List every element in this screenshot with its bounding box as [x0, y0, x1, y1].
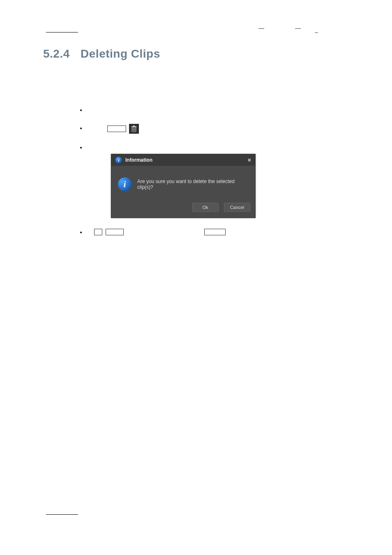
list-item: i Information × i Are you sure you want …	[86, 144, 337, 218]
bottom-rule	[46, 514, 78, 515]
section-heading: 5.2.4 Deleting Clips	[43, 47, 160, 60]
list-item	[86, 107, 337, 113]
mark-dash-small	[315, 33, 318, 33]
confirm-dialog: i Information × i Are you sure you want …	[111, 154, 256, 218]
top-right-marks	[230, 25, 318, 32]
dialog-footer: Ok Cancel	[111, 200, 255, 218]
info-icon: i	[115, 157, 122, 163]
svg-rect-5	[133, 125, 135, 126]
info-icon: i	[118, 177, 131, 191]
inline-box	[94, 229, 102, 235]
inline-box	[204, 229, 226, 235]
delete-button[interactable]	[129, 124, 139, 134]
dialog-title-text: Information	[125, 157, 152, 163]
dialog-titlebar: i Information ×	[111, 154, 255, 166]
list-item	[86, 124, 337, 134]
inline-box	[106, 229, 124, 235]
trash-icon	[131, 125, 137, 132]
dialog-body: i Are you sure you want to delete the se…	[111, 166, 255, 200]
cancel-button[interactable]: Cancel	[224, 203, 250, 212]
section-number: 5.2.4	[43, 47, 70, 60]
close-icon[interactable]: ×	[248, 157, 251, 163]
section-title: Deleting Clips	[81, 47, 160, 60]
list-item	[86, 229, 337, 235]
top-rule	[46, 32, 78, 33]
dialog-message: Are you sure you want to delete the sele…	[137, 179, 249, 190]
delete-label-box	[107, 125, 126, 132]
svg-rect-4	[131, 126, 136, 127]
mark-dash	[258, 28, 264, 29]
ok-button[interactable]: Ok	[192, 203, 219, 212]
content-area: i Information × i Are you sure you want …	[82, 107, 337, 246]
mark-dash	[295, 28, 301, 29]
